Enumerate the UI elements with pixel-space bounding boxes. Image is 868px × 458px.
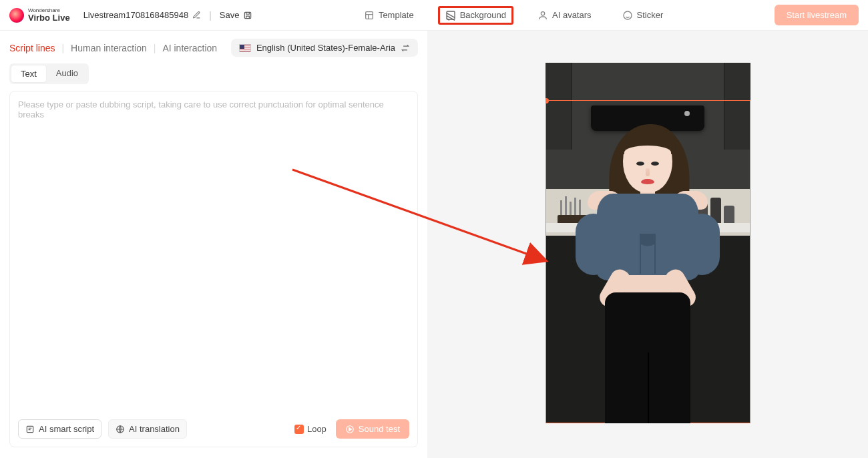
ai-smart-script-button[interactable]: AI smart script bbox=[18, 419, 101, 439]
loop-checkbox[interactable]: Loop bbox=[294, 424, 327, 434]
sound-test-button[interactable]: Sound test bbox=[336, 419, 409, 439]
script-textarea[interactable] bbox=[18, 99, 409, 413]
svg-rect-0 bbox=[245, 12, 251, 18]
project-title-text: Livestream1708168485948 bbox=[83, 10, 189, 20]
swap-icon bbox=[401, 43, 410, 53]
checkbox-checked-icon bbox=[294, 425, 304, 434]
divider: | bbox=[209, 10, 212, 21]
voice-language-selector[interactable]: English (United States)-Female-Aria bbox=[231, 39, 418, 57]
tab-background-label: Background bbox=[460, 10, 506, 20]
brand-main: Virbo Live bbox=[28, 13, 70, 22]
avatar-icon bbox=[537, 10, 548, 21]
template-icon bbox=[364, 10, 375, 21]
svg-point-4 bbox=[624, 11, 632, 19]
sound-icon bbox=[345, 425, 355, 434]
start-livestream-button[interactable]: Start livestream bbox=[775, 5, 859, 25]
script-tabs: Script lines | Human interaction | AI in… bbox=[9, 43, 217, 53]
background-icon bbox=[445, 10, 456, 21]
tab-background[interactable]: Background bbox=[438, 6, 513, 25]
translation-icon bbox=[116, 425, 125, 434]
voice-language-label: English (United States)-Female-Aria bbox=[256, 43, 395, 53]
sticker-icon bbox=[622, 10, 633, 21]
subtab-audio[interactable]: Audio bbox=[47, 65, 87, 83]
sub-tabs: Text Audio bbox=[9, 63, 89, 84]
ai-smart-script-label: AI smart script bbox=[39, 424, 94, 434]
svg-point-3 bbox=[541, 11, 544, 15]
save-icon bbox=[243, 11, 252, 20]
loop-label: Loop bbox=[307, 424, 327, 434]
smart-script-icon bbox=[25, 425, 35, 434]
project-title[interactable]: Livestream1708168485948 bbox=[83, 10, 202, 20]
tab-avatars-label: AI avatars bbox=[552, 10, 592, 20]
subtab-text[interactable]: Text bbox=[11, 65, 47, 83]
flag-us-icon bbox=[239, 44, 251, 52]
preview-pane bbox=[427, 31, 868, 458]
tab-template-label: Template bbox=[379, 10, 414, 20]
script-editor: AI smart script AI translation Loop Soun… bbox=[9, 91, 418, 447]
svg-rect-1 bbox=[366, 11, 373, 19]
app-logo: Wondershare Virbo Live bbox=[9, 8, 70, 23]
save-button[interactable]: Save bbox=[220, 10, 253, 20]
top-bar: Wondershare Virbo Live Livestream1708168… bbox=[0, 0, 868, 31]
left-panel: Script lines | Human interaction | AI in… bbox=[0, 31, 427, 458]
start-livestream-label: Start livestream bbox=[787, 10, 847, 20]
edit-icon bbox=[192, 11, 201, 19]
preview-canvas[interactable] bbox=[546, 63, 750, 423]
ai-translation-label: AI translation bbox=[129, 424, 180, 434]
female-avatar[interactable] bbox=[568, 120, 728, 423]
tab-template[interactable]: Template bbox=[357, 7, 421, 24]
sound-test-label: Sound test bbox=[359, 424, 400, 434]
top-center-tabs: Template Background AI avatars Sticker bbox=[252, 6, 774, 25]
tab-sticker[interactable]: Sticker bbox=[616, 7, 670, 24]
tab-sticker-label: Sticker bbox=[637, 10, 664, 20]
tab-script-lines[interactable]: Script lines bbox=[9, 43, 55, 53]
logo-icon bbox=[9, 8, 24, 23]
tab-ai-interaction[interactable]: AI interaction bbox=[162, 43, 217, 53]
ai-translation-button[interactable]: AI translation bbox=[108, 419, 187, 439]
save-label: Save bbox=[220, 10, 240, 20]
tab-human-interaction[interactable]: Human interaction bbox=[71, 43, 147, 53]
resize-handle-icon[interactable] bbox=[546, 98, 549, 103]
tab-ai-avatars[interactable]: AI avatars bbox=[531, 7, 598, 24]
